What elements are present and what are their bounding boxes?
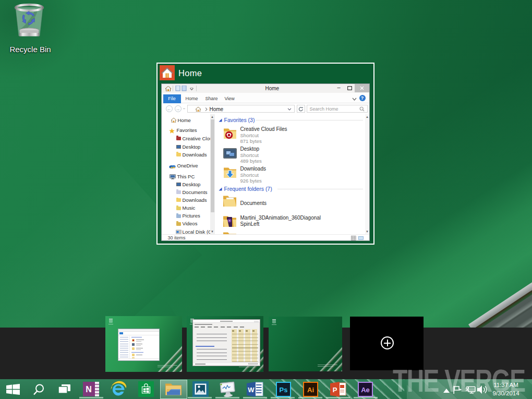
svg-text:W: W bbox=[248, 386, 255, 394]
svg-text:P: P bbox=[333, 386, 337, 394]
svg-text:Ps: Ps bbox=[280, 386, 288, 394]
svg-text:N: N bbox=[86, 385, 92, 394]
svg-text:Ae: Ae bbox=[361, 386, 370, 394]
svg-text:Ai: Ai bbox=[307, 386, 314, 394]
